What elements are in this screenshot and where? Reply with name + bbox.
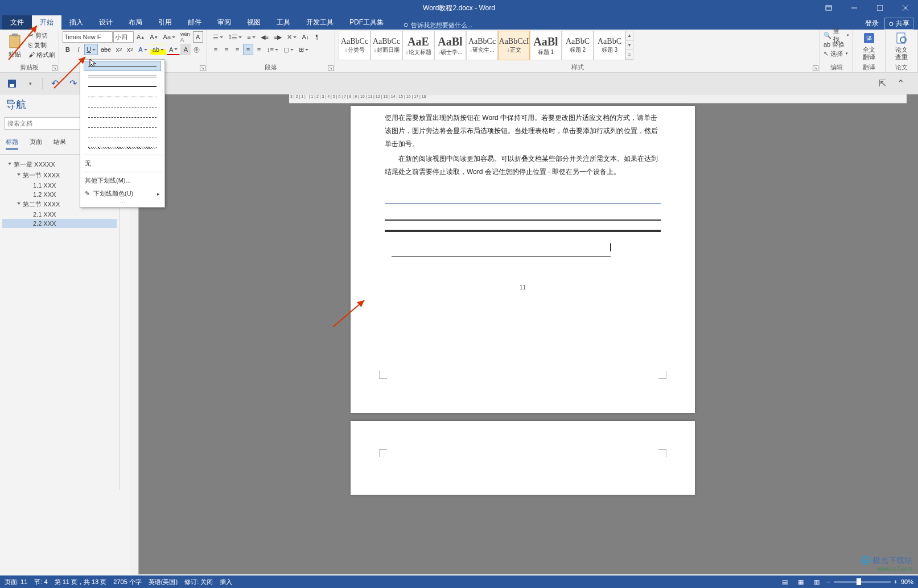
underline-none[interactable]: 无	[81, 157, 163, 170]
find-button[interactable]: 🔍查找▾	[824, 31, 849, 40]
underline-double[interactable]	[84, 71, 161, 81]
phonetic-guide-button[interactable]: wénA	[178, 31, 192, 43]
zoom-slider[interactable]	[834, 581, 891, 583]
status-insert[interactable]: 插入	[220, 578, 232, 586]
tree-item[interactable]: 2.2 XXX	[2, 219, 117, 228]
nav-tab-results[interactable]: 结果	[53, 138, 66, 150]
underline-button[interactable]: U	[84, 44, 98, 55]
multilevel-button[interactable]: ≡	[245, 31, 257, 43]
maximize-icon[interactable]	[867, 0, 892, 16]
redo-button[interactable]: ↷	[67, 77, 79, 90]
paragraph-text[interactable]: 使用在需要放置出现的新按钮在 Word 中保持可用。若要更改图片适应文档的方式，…	[385, 111, 661, 150]
underline-more[interactable]: 其他下划线(M)...	[81, 174, 163, 187]
underline-color[interactable]: ✎ 下划线颜色(U) ▸	[81, 187, 163, 200]
align-justify-button[interactable]: ≡	[243, 44, 253, 55]
minimize-icon[interactable]	[841, 0, 867, 16]
status-track[interactable]: 修订: 关闭	[184, 578, 213, 586]
align-center-button[interactable]: ≡	[221, 44, 232, 55]
status-page-of[interactable]: 第 11 页，共 13 页	[55, 578, 107, 586]
touch-mode-button[interactable]: ⇱	[876, 77, 888, 90]
underline-sample-3[interactable]	[385, 230, 661, 232]
disclosure-triangle-icon[interactable]	[17, 202, 20, 206]
style-item-5[interactable]: AaBbCcI↓正文	[498, 31, 530, 60]
ruler-horizontal[interactable]: 3 | 2 | 1 | | 1 | 2 | 3 | 4 | 5 | 6 | 7 …	[289, 94, 907, 103]
align-distribute-button[interactable]: ≡	[254, 44, 264, 55]
tab-home[interactable]: 开始	[32, 15, 61, 30]
bold-button[interactable]: B	[63, 44, 73, 55]
tab-tools[interactable]: 工具	[269, 15, 298, 30]
clipboard-dialog-launcher[interactable]: ↘	[52, 65, 57, 71]
font-dialog-launcher[interactable]: ↘	[200, 65, 205, 71]
char-border-button[interactable]: A	[193, 31, 203, 43]
asian-layout-button[interactable]: ✕	[285, 31, 299, 43]
status-page[interactable]: 页面: 11	[5, 578, 27, 586]
tab-references[interactable]: 引用	[150, 15, 180, 30]
superscript-button[interactable]: x2	[125, 44, 135, 55]
underline-single[interactable]	[84, 61, 161, 71]
status-words[interactable]: 2705 个字	[113, 578, 142, 586]
underline-dash-dot[interactable]	[84, 122, 161, 132]
tab-mailings[interactable]: 邮件	[180, 15, 209, 30]
grow-font-button[interactable]: A▲	[134, 31, 147, 43]
borders-button[interactable]: ⊞	[297, 44, 311, 55]
page-12[interactable]	[351, 421, 695, 495]
enclose-char-button[interactable]: ㊥	[191, 44, 202, 55]
styles-dialog-launcher[interactable]: ↘	[813, 65, 818, 71]
page-11[interactable]: 使用在需要放置出现的新按钮在 Word 中保持可用。若要更改图片适应文档的方式，…	[351, 106, 695, 413]
tab-pdf-tools[interactable]: PDF工具集	[341, 15, 392, 30]
view-print-layout[interactable]: ▦	[794, 577, 807, 586]
style-item-1[interactable]: AaBbCc↓封面日期	[371, 31, 402, 60]
bullets-button[interactable]: ☰	[211, 31, 225, 43]
zoom-out[interactable]: −	[826, 578, 830, 585]
underline-thick[interactable]	[84, 81, 161, 92]
format-painter-button[interactable]: 🖌格式刷	[28, 50, 55, 59]
document-scroll[interactable]: 使用在需要放置出现的新按钮在 Word 中保持可用。若要更改图片适应文档的方式，…	[139, 103, 907, 574]
shrink-font-button[interactable]: A▼	[147, 31, 160, 43]
nav-tab-headings[interactable]: 标题	[6, 138, 18, 150]
view-web-layout[interactable]: ▥	[810, 577, 823, 586]
increase-indent-button[interactable]: ≡▶	[271, 31, 284, 43]
share-button[interactable]: 共享	[884, 18, 913, 30]
style-item-2[interactable]: AaE↓论文标题	[402, 31, 434, 60]
style-item-6[interactable]: AaBl标题 1	[530, 31, 562, 60]
strikethrough-button[interactable]: abc	[98, 44, 113, 55]
paragraph-dialog-launcher[interactable]: ↘	[328, 65, 334, 71]
subscript-button[interactable]: x2	[114, 44, 125, 55]
select-button[interactable]: ↖选择▾	[824, 49, 849, 58]
tab-view[interactable]: 视图	[239, 15, 269, 30]
ribbon-display-options-icon[interactable]	[816, 0, 841, 16]
status-section[interactable]: 节: 4	[34, 578, 47, 586]
numbering-button[interactable]: 1☰	[226, 31, 244, 43]
tab-developer[interactable]: 开发工具	[298, 15, 341, 30]
font-size-combo[interactable]: 小四	[113, 31, 134, 43]
align-left-button[interactable]: ≡	[211, 44, 221, 55]
underline-dash-long[interactable]	[84, 112, 161, 122]
align-right-button[interactable]: ≡	[232, 44, 242, 55]
line-spacing-button[interactable]: ↕≡	[265, 44, 281, 55]
qat-customize[interactable]: ▾	[24, 77, 36, 90]
decrease-indent-button[interactable]: ◀≡	[258, 31, 271, 43]
show-marks-button[interactable]: ¶	[312, 31, 322, 43]
underline-sample-2[interactable]	[385, 213, 661, 221]
style-item-8[interactable]: AaBbC标题 3	[594, 31, 625, 60]
status-lang[interactable]: 英语(美国)	[149, 578, 178, 586]
shading-button[interactable]: ▢	[281, 44, 296, 55]
save-button[interactable]	[6, 77, 18, 90]
underline-sample-1[interactable]	[385, 196, 661, 204]
underline-dashed[interactable]	[84, 102, 161, 112]
underline-wavy[interactable]	[84, 143, 161, 153]
disclosure-triangle-icon[interactable]	[17, 173, 20, 177]
close-icon[interactable]	[892, 0, 918, 16]
undo-button[interactable]: ↶	[48, 77, 61, 90]
zoom-in[interactable]: +	[894, 578, 898, 585]
replace-button[interactable]: ab替换	[824, 40, 849, 49]
zoom-level[interactable]: 90%	[901, 578, 913, 585]
change-case-button[interactable]: Aa	[161, 31, 178, 43]
paragraph-text[interactable]: 在新的阅读视图中阅读更加容易。可以折叠文档某些部分并关注所需文本。如果在达到结尾…	[385, 152, 661, 179]
style-scroll[interactable]: ▲▼≡	[625, 31, 633, 60]
paste-button[interactable]: 粘贴	[3, 31, 26, 60]
thesis-check-button[interactable]: 论文 查重	[889, 31, 914, 61]
disclosure-triangle-icon[interactable]	[8, 163, 11, 167]
tab-layout[interactable]: 布局	[121, 15, 150, 30]
tree-item[interactable]: 2.1 XXX	[2, 210, 117, 219]
